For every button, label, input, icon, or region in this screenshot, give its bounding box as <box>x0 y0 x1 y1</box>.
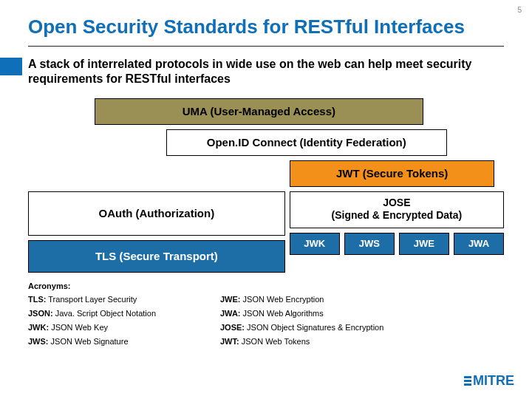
acronym-json: JSON: Java. Script Object Notation <box>28 309 213 318</box>
box-tls: TLS (Secure Transport) <box>28 240 285 273</box>
box-uma: UMA (User-Managed Access) <box>95 98 423 125</box>
protocol-stack-diagram: UMA (User-Managed Access) Open.ID Connec… <box>28 98 504 273</box>
acronyms-heading: Acronyms: <box>28 282 504 290</box>
title-divider <box>28 46 504 47</box>
mitre-logo: MITRE <box>464 373 514 389</box>
jose-title: JOSE <box>332 197 463 209</box>
slide-title: Open Security Standards for RESTful Inte… <box>28 16 504 38</box>
page-number: 5 <box>517 6 522 14</box>
jose-subtitle: (Signed & Encrypted Data) <box>332 209 463 222</box>
acronym-jwt: JWT: JSON Web Tokens <box>220 337 449 346</box>
acronym-jwk: JWK: JSON Web Key <box>28 323 213 332</box>
acronym-tls: TLS: Transport Layer Security <box>28 295 213 304</box>
slide: 5 Open Security Standards for RESTful In… <box>0 0 532 399</box>
box-oauth: OAuth (Authorization) <box>28 191 285 236</box>
acronyms-section: Acronyms: TLS: Transport Layer Security … <box>28 282 504 346</box>
box-jose: JOSE (Signed & Encrypted Data) <box>290 191 504 228</box>
acronym-jws: JWS: JSON Web Signature <box>28 337 213 346</box>
box-jwa: JWA <box>454 233 504 255</box>
acronym-jwe: JWE: JSON Web Encryption <box>220 295 449 304</box>
acronym-jwa: JWA: JSON Web Algorithms <box>220 309 449 318</box>
box-jwt: JWT (Secure Tokens) <box>290 160 494 187</box>
box-jwe: JWE <box>399 233 449 255</box>
box-jwk: JWK <box>290 233 340 255</box>
box-openid-connect: Open.ID Connect (Identity Federation) <box>166 129 447 156</box>
lead-text: A stack of interrelated protocols in wid… <box>28 57 504 86</box>
title-accent-bar <box>0 58 22 75</box>
logo-stripes-icon <box>464 376 471 386</box>
logo-text: MITRE <box>473 373 514 389</box>
box-jws: JWS <box>344 233 395 255</box>
acronym-jose: JOSE: JSON Object Signatures & Encryptio… <box>220 323 449 332</box>
